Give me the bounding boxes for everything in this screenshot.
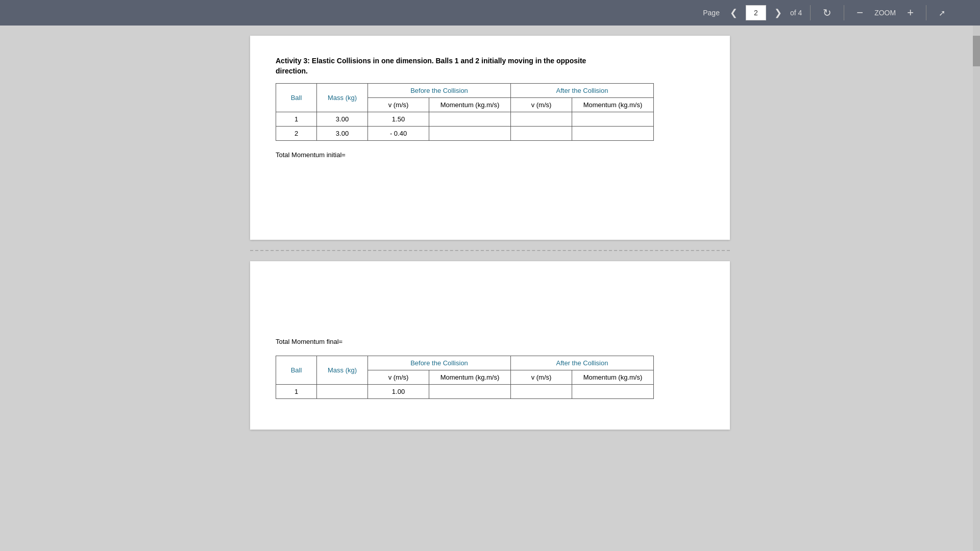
scrollbar[interactable] xyxy=(973,26,980,551)
row1-momentum-before xyxy=(429,112,511,127)
row1-momentum-after xyxy=(572,112,654,127)
divider-1 xyxy=(810,5,811,20)
total-pages: of 4 xyxy=(790,9,802,17)
table-row: 1 3.00 1.50 xyxy=(276,112,654,127)
divider-3 xyxy=(926,5,926,20)
p2-row1-momentum-before xyxy=(429,385,511,399)
table-row: 1 1.00 xyxy=(276,385,654,399)
row1-v-before: 1.50 xyxy=(368,112,429,127)
next-page-button[interactable]: ❯ xyxy=(770,5,786,20)
activity-title: Activity 3: Elastic Collisions in one di… xyxy=(276,56,704,76)
main-content[interactable]: Activity 3: Elastic Collisions in one di… xyxy=(0,26,980,551)
row2-v-before: - 0.40 xyxy=(368,127,429,141)
zoom-in-button[interactable]: + xyxy=(903,4,918,21)
row2-v-after xyxy=(511,127,572,141)
reset-button[interactable]: ↻ xyxy=(819,5,836,21)
p2-row1-v-after xyxy=(511,385,572,399)
row2-mass: 3.00 xyxy=(317,127,368,141)
row2-momentum-after xyxy=(572,127,654,141)
p2-row1-ball: 1 xyxy=(276,385,317,399)
zoom-out-button[interactable]: − xyxy=(852,4,867,21)
row2-momentum-before xyxy=(429,127,511,141)
spacer-top xyxy=(276,282,704,333)
page-divider xyxy=(250,250,730,251)
col-momentum-after-header: Momentum (kg.m/s) xyxy=(572,98,654,112)
col-v-after-header2: v (m/s) xyxy=(511,370,572,385)
activity4-table: Ball Mass (kg) Before the Collision Afte… xyxy=(276,356,654,399)
page-label: Page xyxy=(703,9,720,17)
col-v-after-header: v (m/s) xyxy=(511,98,572,112)
col-mass-header2: Mass (kg) xyxy=(317,356,368,385)
p2-row1-momentum-after xyxy=(572,385,654,399)
toolbar: Page ❮ ❯ of 4 ↻ − ZOOM + ➚ xyxy=(0,0,980,26)
prev-page-button[interactable]: ❮ xyxy=(726,5,742,20)
total-momentum-final: Total Momentum final= xyxy=(276,338,704,345)
row2-ball: 2 xyxy=(276,127,317,141)
col-momentum-before-header2: Momentum (kg.m/s) xyxy=(429,370,511,385)
col-ball-header2: Ball xyxy=(276,356,317,385)
p2-row1-v-before: 1.00 xyxy=(368,385,429,399)
total-momentum-initial: Total Momentum initial= xyxy=(276,151,704,159)
col-ball-header: Ball xyxy=(276,84,317,112)
activity3-table: Ball Mass (kg) Before the Collision Afte… xyxy=(276,83,654,141)
col-momentum-after-header2: Momentum (kg.m/s) xyxy=(572,370,654,385)
col-before-header: Before the Collision xyxy=(368,84,511,98)
p2-row1-mass xyxy=(317,385,368,399)
col-v-before-header2: v (m/s) xyxy=(368,370,429,385)
page-number-input[interactable] xyxy=(746,5,766,20)
row1-ball: 1 xyxy=(276,112,317,127)
row1-v-after xyxy=(511,112,572,127)
scrollbar-thumb[interactable] xyxy=(973,36,980,66)
divider-2 xyxy=(844,5,844,20)
page-panel-bottom: Total Momentum final= Ball Mass (kg) Bef… xyxy=(250,261,730,430)
col-momentum-before-header: Momentum (kg.m/s) xyxy=(429,98,511,112)
table-row: 2 3.00 - 0.40 xyxy=(276,127,654,141)
col-before-header2: Before the Collision xyxy=(368,356,511,370)
col-v-before-header: v (m/s) xyxy=(368,98,429,112)
expand-button[interactable]: ➚ xyxy=(935,6,949,20)
col-mass-header: Mass (kg) xyxy=(317,84,368,112)
page-panel-top: Activity 3: Elastic Collisions in one di… xyxy=(250,36,730,240)
col-after-header2: After the Collision xyxy=(511,356,654,370)
zoom-label: ZOOM xyxy=(874,9,896,17)
row1-mass: 3.00 xyxy=(317,112,368,127)
col-after-header: After the Collision xyxy=(511,84,654,98)
